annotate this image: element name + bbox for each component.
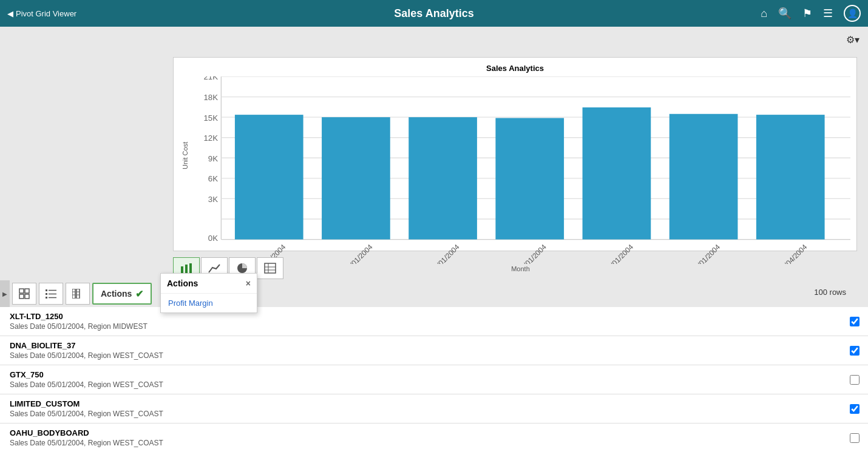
page-title: Sales Analytics — [394, 7, 473, 20]
nav-icons: ⌂ 🔍 ⚑ ☰ 👤 — [761, 5, 861, 22]
chart-title: Sales Analytics — [180, 64, 850, 73]
actions-button[interactable]: Actions ✔ — [92, 283, 152, 305]
back-button[interactable]: ◀ Pivot Grid Viewer — [7, 9, 76, 18]
svg-text:03/01/2004: 03/01/2004 — [430, 243, 461, 264]
home-icon[interactable]: ⌂ — [761, 7, 767, 20]
svg-text:18K: 18K — [204, 93, 219, 102]
list-item-name: OAHU_BODYBOARD — [10, 428, 844, 437]
list-item-name: DNA_BIOLITE_37 — [10, 341, 844, 350]
svg-rect-46 — [46, 293, 47, 295]
columns-view-button[interactable] — [66, 283, 90, 305]
list-view-button[interactable] — [39, 283, 63, 305]
svg-rect-20 — [322, 117, 390, 239]
svg-text:21K: 21K — [204, 76, 219, 81]
svg-text:9K: 9K — [208, 154, 218, 163]
svg-text:15K: 15K — [204, 113, 219, 122]
list-item: DNA_BIOLITE_37 Sales Date 05/01/2004, Re… — [0, 336, 868, 365]
list-item: OAHU_BODYBOARD Sales Date 05/01/2004, Re… — [0, 424, 868, 449]
list-item-name: GTX_750 — [10, 370, 844, 379]
actions-check-icon: ✔ — [135, 288, 143, 300]
actions-popup-close-button[interactable]: × — [246, 279, 251, 288]
svg-rect-18 — [235, 115, 303, 239]
list-item-checkbox[interactable] — [850, 404, 860, 414]
svg-rect-40 — [19, 289, 24, 293]
svg-text:06/01/2004: 06/01/2004 — [690, 243, 722, 264]
list-item: LIMITED_CUSTOM Sales Date 05/01/2004, Re… — [0, 394, 868, 424]
svg-text:6K: 6K — [208, 174, 218, 183]
svg-text:12K: 12K — [204, 133, 219, 143]
svg-rect-22 — [409, 117, 477, 239]
list-item-sub: Sales Date 05/01/2004, Region WEST_COAST — [10, 380, 844, 389]
settings-gear-button[interactable]: ⚙▾ — [846, 34, 860, 46]
list-item-name: LIMITED_CUSTOM — [10, 399, 844, 408]
list-area: XLT-LTD_1250 Sales Date 05/01/2004, Regi… — [0, 307, 868, 449]
x-axis-label: Month — [191, 265, 850, 272]
back-arrow-icon: ◀ — [7, 9, 13, 18]
list-item-sub: Sales Date 05/01/2004, Region MIDWEST — [10, 322, 844, 331]
svg-text:3K: 3K — [208, 195, 218, 204]
svg-rect-24 — [495, 118, 564, 239]
top-navigation: ◀ Pivot Grid Viewer Sales Analytics ⌂ 🔍 … — [0, 0, 868, 27]
svg-rect-26 — [583, 107, 651, 240]
row-count: 100 rows — [814, 288, 846, 297]
list-item: GTX_750 Sales Date 05/01/2004, Region WE… — [0, 365, 868, 394]
svg-rect-43 — [25, 294, 29, 299]
svg-rect-30 — [756, 115, 825, 239]
toolbar-row: Actions ✔ — [12, 280, 152, 307]
flag-icon[interactable]: ⚑ — [802, 7, 812, 20]
chart-container: Sales Analytics Unit Cost 21K 18K 15K 12… — [173, 57, 857, 251]
list-item-sub: Sales Date 05/01/2004, Region WEST_COAST — [10, 351, 844, 360]
back-label: Pivot Grid Viewer — [16, 9, 76, 18]
table-chart-button[interactable] — [257, 257, 283, 279]
list-item-sub: Sales Date 05/01/2004, Region WEST_COAST — [10, 439, 844, 447]
user-icon[interactable]: 👤 — [844, 5, 861, 22]
y-axis-label: Unit Cost — [180, 76, 191, 234]
svg-rect-41 — [25, 289, 29, 293]
svg-text:02/01/2004: 02/01/2004 — [342, 243, 374, 264]
svg-rect-34 — [189, 263, 192, 274]
list-item-checkbox[interactable] — [850, 346, 860, 356]
actions-popup-header: Actions × — [161, 274, 257, 294]
list-item: XLT-LTD_1250 Sales Date 05/01/2004, Regi… — [0, 307, 868, 336]
list-item-name: XLT-LTD_1250 — [10, 312, 844, 321]
svg-rect-28 — [670, 114, 738, 240]
actions-popup: Actions × Profit Margin — [160, 273, 257, 313]
svg-text:04/01/2004: 04/01/2004 — [517, 243, 548, 264]
grid-view-button[interactable] — [12, 283, 36, 305]
actions-popup-title: Actions — [167, 279, 198, 288]
svg-rect-36 — [265, 263, 276, 273]
svg-rect-51 — [76, 289, 80, 299]
main-area: ⚙▾ Sales Analytics Unit Cost 21K 18K 15K… — [0, 27, 868, 449]
svg-text:0K: 0K — [208, 234, 218, 243]
svg-text:05/01/2004: 05/01/2004 — [603, 243, 635, 264]
svg-rect-33 — [185, 265, 188, 274]
svg-text:07/04/2004: 07/04/2004 — [777, 243, 809, 264]
svg-rect-44 — [46, 289, 47, 291]
bar-chart-svg: 21K 18K 15K 12K 9K 6K 3K 0K — [191, 76, 850, 264]
list-item-checkbox[interactable] — [850, 433, 860, 443]
search-icon[interactable]: 🔍 — [778, 7, 792, 20]
svg-rect-50 — [72, 289, 75, 299]
profit-margin-item[interactable]: Profit Margin — [161, 294, 257, 312]
svg-rect-42 — [19, 294, 24, 299]
actions-label: Actions — [101, 289, 132, 299]
collapse-toggle-button[interactable]: ▶ — [0, 280, 10, 307]
list-item-checkbox[interactable] — [850, 375, 860, 385]
list-item-checkbox[interactable] — [850, 317, 860, 326]
svg-rect-48 — [46, 297, 47, 299]
list-item-sub: Sales Date 05/01/2004, Region WEST_COAST — [10, 410, 844, 418]
menu-icon[interactable]: ☰ — [823, 7, 833, 20]
